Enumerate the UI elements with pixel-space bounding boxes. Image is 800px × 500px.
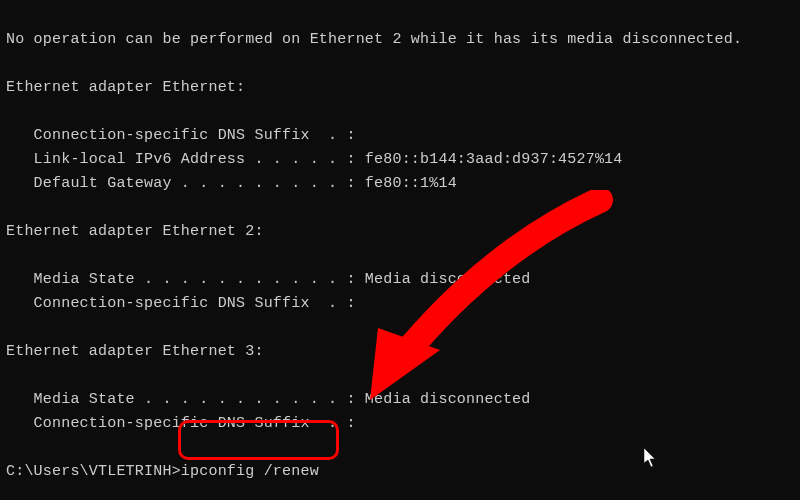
line-adapter1-header: Ethernet adapter Ethernet: [6,79,245,96]
line-adapter2-dns: Connection-specific DNS Suffix . : [6,295,356,312]
line-error: No operation can be performed on Etherne… [6,31,742,48]
line-adapter3-dns: Connection-specific DNS Suffix . : [6,415,356,432]
terminal-output[interactable]: No operation can be performed on Etherne… [0,0,800,500]
line-adapter3-header: Ethernet adapter Ethernet 3: [6,343,264,360]
line-adapter2-media: Media State . . . . . . . . . . . : Medi… [6,271,530,288]
line-adapter1-gateway: Default Gateway . . . . . . . . . : fe80… [6,175,457,192]
line-adapter1-ipv6: Link-local IPv6 Address . . . . . : fe80… [6,151,623,168]
line-adapter1-dns: Connection-specific DNS Suffix . : [6,127,356,144]
line-adapter3-media: Media State . . . . . . . . . . . : Medi… [6,391,530,408]
prompt-prefix: C:\Users\VTLETRINH> [6,463,181,480]
prompt-command: ipconfig /renew [181,463,319,480]
line-adapter2-header: Ethernet adapter Ethernet 2: [6,223,264,240]
prompt-line[interactable]: C:\Users\VTLETRINH>ipconfig /renew [6,463,319,480]
